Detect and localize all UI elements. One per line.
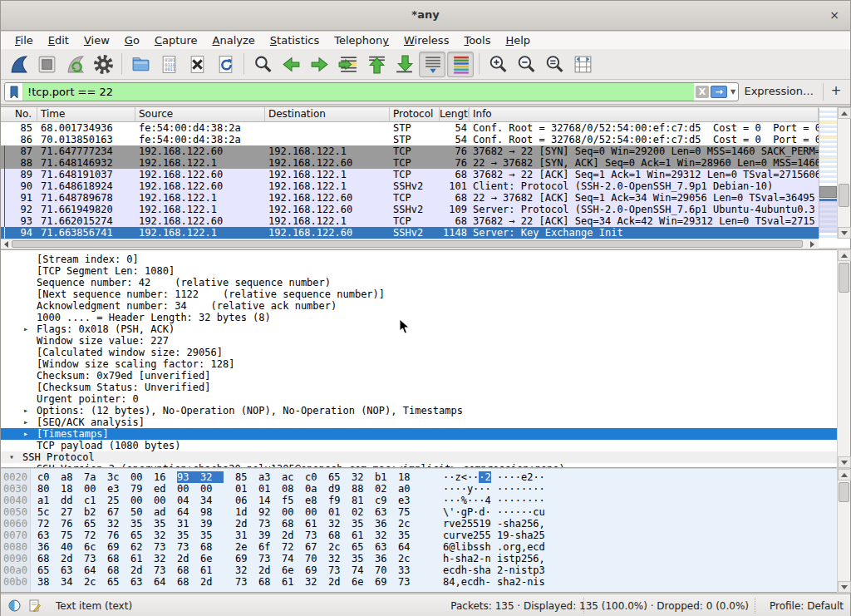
hex-byte[interactable]: 65 bbox=[107, 576, 130, 588]
menu-wireless[interactable]: Wireless bbox=[396, 32, 456, 48]
hex-byte[interactable]: 18 bbox=[398, 471, 421, 483]
hex-byte[interactable]: f9 bbox=[328, 495, 352, 506]
detail-line-11[interactable]: [Checksum Status: Unverified] bbox=[1, 382, 837, 393]
hex-byte[interactable]: 68 bbox=[177, 576, 200, 588]
hex-byte[interactable]: 81 bbox=[352, 495, 375, 506]
hex-byte[interactable]: 35 bbox=[130, 518, 154, 530]
hex-byte[interactable]: 74 bbox=[282, 553, 305, 564]
hex-byte[interactable]: 68 bbox=[328, 530, 352, 541]
detail-line-7[interactable]: Window size value: 227 bbox=[1, 335, 837, 347]
hex-byte[interactable]: 00 bbox=[84, 483, 107, 495]
title-bar[interactable]: *any × bbox=[1, 1, 850, 31]
hex-byte[interactable]: 65 bbox=[328, 471, 352, 483]
detail-line-0[interactable]: [Stream index: 0] bbox=[1, 254, 837, 265]
packet-row-85[interactable]: 8568.001734936fe:54:00:d4:38:2aSTP54Conf… bbox=[1, 122, 819, 134]
hex-byte[interactable]: 00 bbox=[305, 506, 328, 518]
hex-byte[interactable]: 2c bbox=[328, 541, 352, 553]
hex-byte[interactable]: 73 bbox=[328, 564, 352, 576]
expanded-arrow-icon[interactable]: ▾ bbox=[9, 451, 14, 463]
hex-byte[interactable]: 65 bbox=[84, 518, 107, 530]
hex-byte[interactable]: 73 bbox=[258, 553, 282, 564]
hex-row-0060[interactable]: 006072766532353531392d7368613235362crve2… bbox=[1, 518, 837, 530]
packet-row-87[interactable]: 8771.647777234192.168.122.60192.168.122.… bbox=[1, 145, 819, 157]
hex-byte[interactable]: 73 bbox=[305, 530, 328, 541]
hex-byte[interactable]: 6e bbox=[282, 564, 305, 576]
hex-byte[interactable]: 61 bbox=[130, 553, 154, 564]
resize-columns-button[interactable] bbox=[569, 52, 596, 77]
menu-analyze[interactable]: Analyze bbox=[205, 32, 263, 48]
hex-byte[interactable]: 61 bbox=[305, 518, 328, 530]
hex-byte[interactable]: 92 bbox=[258, 506, 282, 518]
expression-button[interactable]: Expression… bbox=[744, 85, 814, 97]
hex-byte[interactable]: d9 bbox=[328, 483, 352, 495]
filter-apply-button[interactable]: → bbox=[711, 86, 727, 98]
hex-byte[interactable]: 6c bbox=[84, 541, 107, 553]
hex-byte[interactable]: 33 bbox=[398, 564, 421, 576]
hex-byte[interactable]: 73 bbox=[235, 576, 258, 588]
hex-row-0050[interactable]: 00505c27b26750ad64981d92000001026375\'·g… bbox=[1, 506, 837, 518]
column-header-destination[interactable]: Destination bbox=[265, 107, 390, 122]
stop-capture-button[interactable] bbox=[33, 52, 60, 77]
packet-row-86[interactable]: 8670.013850163fe:54:00:d4:38:2aSTP54Conf… bbox=[1, 134, 819, 145]
hex-byte[interactable]: 36 bbox=[375, 518, 398, 530]
hex-byte[interactable]: f5 bbox=[282, 495, 305, 506]
hex-byte[interactable]: 31 bbox=[177, 518, 200, 530]
hex-byte[interactable]: 64 bbox=[154, 576, 177, 588]
column-header-no[interactable]: No. bbox=[1, 107, 37, 122]
hex-byte[interactable]: 01 bbox=[258, 483, 282, 495]
hex-byte[interactable]: 64 bbox=[398, 541, 421, 553]
menu-go[interactable]: Go bbox=[117, 32, 147, 48]
hex-byte[interactable]: 68 bbox=[200, 541, 224, 553]
hex-byte[interactable]: 73 bbox=[258, 518, 282, 530]
colorize-button[interactable] bbox=[447, 52, 474, 77]
hex-row-0090[interactable]: 0090682d736861322d6e697374703235362ch-sh… bbox=[1, 553, 837, 564]
hex-byte[interactable]: 67 bbox=[107, 506, 130, 518]
detail-line-15[interactable]: ▸[Timestamps] bbox=[1, 428, 837, 440]
hex-byte[interactable]: ad bbox=[154, 506, 177, 518]
go-to-packet-button[interactable] bbox=[334, 52, 361, 77]
menu-help[interactable]: Help bbox=[498, 32, 538, 48]
hex-row-00b0[interactable]: 00b038342c656364682d736861322d6e697384,e… bbox=[1, 576, 837, 588]
hex-byte[interactable]: 69 bbox=[235, 553, 258, 564]
collapsed-arrow-icon[interactable]: ▸ bbox=[23, 428, 28, 440]
scroll-down-button[interactable] bbox=[838, 456, 851, 468]
hex-byte[interactable]: 68 bbox=[37, 553, 61, 564]
hex-byte[interactable]: 63 bbox=[37, 530, 61, 541]
hex-byte[interactable]: 00 bbox=[130, 471, 154, 483]
hex-byte[interactable]: 31 bbox=[235, 530, 258, 541]
hex-byte[interactable]: 73 bbox=[177, 541, 200, 553]
hex-row-0040[interactable]: 0040a1ddc125000004340614f5e8f981c9e3···%… bbox=[1, 495, 837, 506]
hex-byte[interactable]: 88 bbox=[352, 483, 375, 495]
hex-byte[interactable]: 72 bbox=[37, 518, 61, 530]
hex-byte[interactable]: 27 bbox=[61, 506, 84, 518]
hex-byte[interactable]: 40 bbox=[61, 541, 84, 553]
scroll-thumb[interactable] bbox=[839, 482, 849, 502]
hex-row-00a0[interactable]: 00a0656364682d736861322d6e6973747033ecdh… bbox=[1, 564, 837, 576]
hex-byte[interactable]: 36 bbox=[375, 553, 398, 564]
hex-byte[interactable]: 64 bbox=[177, 506, 200, 518]
hex-byte[interactable]: 2d bbox=[200, 576, 224, 588]
hex-byte[interactable]: 02 bbox=[375, 483, 398, 495]
hex-vscrollbar[interactable] bbox=[837, 469, 850, 593]
hex-byte[interactable]: 3c bbox=[107, 471, 130, 483]
hex-byte[interactable]: 63 bbox=[130, 576, 154, 588]
detail-line-2[interactable]: Sequence number: 42 (relative sequence n… bbox=[1, 277, 837, 288]
hex-byte[interactable]: 39 bbox=[258, 530, 282, 541]
hex-byte[interactable]: 32 bbox=[305, 576, 328, 588]
detail-line-4[interactable]: Acknowledgment number: 34 (relative ack … bbox=[1, 300, 837, 312]
menu-edit[interactable]: Edit bbox=[41, 32, 76, 48]
hex-byte[interactable]: 32 bbox=[154, 553, 177, 564]
hex-byte[interactable]: 34 bbox=[61, 576, 84, 588]
hex-byte[interactable]: 65 bbox=[130, 530, 154, 541]
column-header-source[interactable]: Source bbox=[135, 107, 265, 122]
capture-comment-icon[interactable] bbox=[28, 599, 41, 612]
hex-byte[interactable]: 35 bbox=[352, 553, 375, 564]
collapsed-arrow-icon[interactable]: ▸ bbox=[23, 463, 28, 468]
hex-byte[interactable]: 2c bbox=[398, 518, 421, 530]
hex-byte[interactable]: 75 bbox=[398, 506, 421, 518]
hex-byte[interactable]: ed bbox=[154, 483, 177, 495]
hex-byte[interactable]: 35 bbox=[352, 518, 375, 530]
hex-byte[interactable]: 32 bbox=[235, 564, 258, 576]
add-filter-button[interactable]: + bbox=[829, 83, 844, 98]
hex-byte[interactable]: 01 bbox=[235, 483, 258, 495]
